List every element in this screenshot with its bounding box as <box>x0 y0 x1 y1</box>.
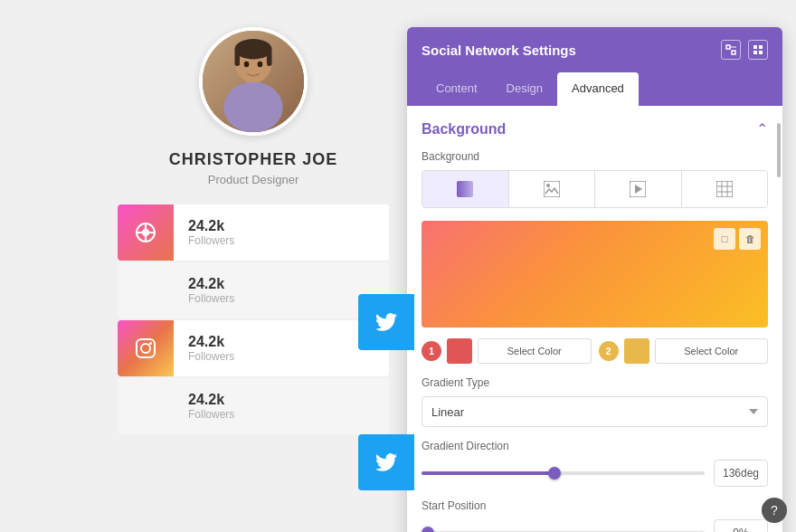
tab-design[interactable]: Design <box>492 72 557 106</box>
social-stats-instagram: 24.2k Followers <box>174 334 389 363</box>
tab-content[interactable]: Content <box>422 72 492 106</box>
social-label-twitter-2: Followers <box>188 408 374 421</box>
social-count-twitter-1: 24.2k <box>188 276 374 292</box>
grid-icon <box>753 44 763 55</box>
bg-type-pattern-btn[interactable] <box>682 171 768 207</box>
background-field-label: Background <box>422 150 768 163</box>
select-color-btn-1[interactable]: Select Color <box>478 338 592 364</box>
svg-rect-23 <box>753 51 757 54</box>
pattern-icon <box>716 181 733 197</box>
social-row-instagram: 24.2k Followers <box>118 320 389 376</box>
profile-photo <box>199 27 308 136</box>
section-title: Background <box>422 121 506 138</box>
start-position-value: 0% <box>714 519 768 532</box>
svg-marker-29 <box>635 185 642 194</box>
bg-type-image-btn[interactable] <box>509 171 596 207</box>
gradient-direction-slider-row: 136deg <box>422 460 768 487</box>
image-icon <box>544 181 560 197</box>
settings-body: Background ⌃ Background <box>407 106 782 532</box>
social-count-instagram: 24.2k <box>188 334 374 350</box>
social-label-twitter-1: Followers <box>188 292 374 305</box>
bg-type-gradient-btn[interactable] <box>422 171 509 207</box>
tab-advanced[interactable]: Advanced <box>557 72 639 106</box>
start-position-slider-row: 0% <box>422 519 768 532</box>
profile-title: Product Designer <box>118 173 389 186</box>
collapse-icon[interactable]: ⌃ <box>756 120 768 138</box>
gradient-direction-fill <box>422 471 554 475</box>
gradient-direction-row: Gradient Direction 136deg <box>422 440 768 487</box>
select-color-btn-2[interactable]: Select Color <box>655 338 769 364</box>
resize-icon-btn[interactable] <box>721 40 741 60</box>
bg-type-selector <box>422 170 768 208</box>
svg-rect-25 <box>457 181 473 197</box>
settings-tabs: Content Design Advanced <box>407 72 782 106</box>
gradient-icon <box>457 181 473 197</box>
social-label-instagram: Followers <box>188 350 374 363</box>
start-position-label: Start Position <box>422 499 768 512</box>
social-row-twitter-1: 24.2k Followers <box>118 262 389 318</box>
svg-rect-26 <box>544 181 560 197</box>
twitter-icon-2 <box>375 453 397 471</box>
twitter-icon-1 <box>375 313 397 331</box>
bg-type-video-btn[interactable] <box>595 171 682 207</box>
svg-point-8 <box>258 62 263 68</box>
gradient-type-select[interactable]: Linear Radial Conic <box>422 396 768 427</box>
svg-point-3 <box>223 82 282 132</box>
svg-point-10 <box>142 229 149 236</box>
svg-point-16 <box>141 344 150 353</box>
scrollbar-track <box>777 27 782 505</box>
gradient-type-row: Gradient Type Linear Radial Conic <box>422 376 768 427</box>
social-count-share: 24.2k <box>188 218 374 234</box>
social-row-twitter-2: 24.2k Followers <box>118 378 389 434</box>
svg-point-7 <box>244 62 250 68</box>
header-icons <box>721 40 768 60</box>
color-stop-1: 1 Select Color <box>422 338 592 364</box>
scrollbar-thumb[interactable] <box>777 123 781 177</box>
svg-point-4 <box>234 39 271 59</box>
stop-badge-1: 1 <box>422 341 441 361</box>
instagram-icon <box>135 337 156 359</box>
svg-rect-19 <box>732 51 735 54</box>
svg-point-17 <box>149 342 152 345</box>
instagram-icon-box <box>118 320 174 376</box>
color-stop-2: 2 Select Color <box>599 338 769 364</box>
social-row-share: 24.2k Followers <box>118 204 389 261</box>
stop-badge-2: 2 <box>599 341 619 361</box>
start-position-thumb[interactable] <box>422 527 434 532</box>
profile-name: CHRISTOPHER JOE <box>118 150 389 169</box>
start-position-row: Start Position 0% <box>422 499 768 532</box>
svg-rect-15 <box>137 339 155 357</box>
gradient-direction-thumb[interactable] <box>548 467 561 480</box>
color-stops: 1 Select Color 2 Select Color <box>422 338 768 364</box>
delete-btn[interactable]: 🗑 <box>739 228 761 250</box>
background-section-header: Background ⌃ <box>422 120 768 138</box>
help-button[interactable]: ? <box>762 498 787 523</box>
svg-rect-22 <box>759 45 763 49</box>
video-icon <box>630 181 646 197</box>
grid-icon-btn[interactable] <box>748 40 768 60</box>
gradient-direction-track[interactable] <box>422 471 705 475</box>
twitter-icon-overlay-1 <box>358 294 414 350</box>
settings-panel: Social Network Settings Content <box>407 27 782 532</box>
color-swatch-1[interactable] <box>447 338 472 364</box>
resize-icon <box>725 44 736 55</box>
gradient-direction-label: Gradient Direction <box>422 440 768 452</box>
svg-rect-5 <box>234 49 240 66</box>
social-label-share: Followers <box>188 234 374 247</box>
social-count-twitter-2: 24.2k <box>188 392 374 408</box>
svg-point-27 <box>546 184 550 187</box>
settings-header: Social Network Settings <box>407 27 782 72</box>
settings-panel-title: Social Network Settings <box>422 43 576 58</box>
help-icon: ? <box>771 503 778 518</box>
social-stats-twitter-1: 24.2k Followers <box>174 276 389 305</box>
gradient-direction-value: 136deg <box>714 460 768 487</box>
twitter-icon-overlay-2 <box>358 434 414 490</box>
share-icon <box>135 222 156 243</box>
svg-rect-30 <box>716 181 733 197</box>
copy-btn[interactable]: □ <box>714 228 735 250</box>
svg-rect-18 <box>726 45 730 49</box>
color-swatch-2[interactable] <box>624 338 649 364</box>
profile-card: CHRISTOPHER JOE Product Designer 24.2k F… <box>118 27 389 436</box>
social-stats-share: 24.2k Followers <box>174 218 389 247</box>
svg-rect-6 <box>267 49 272 66</box>
